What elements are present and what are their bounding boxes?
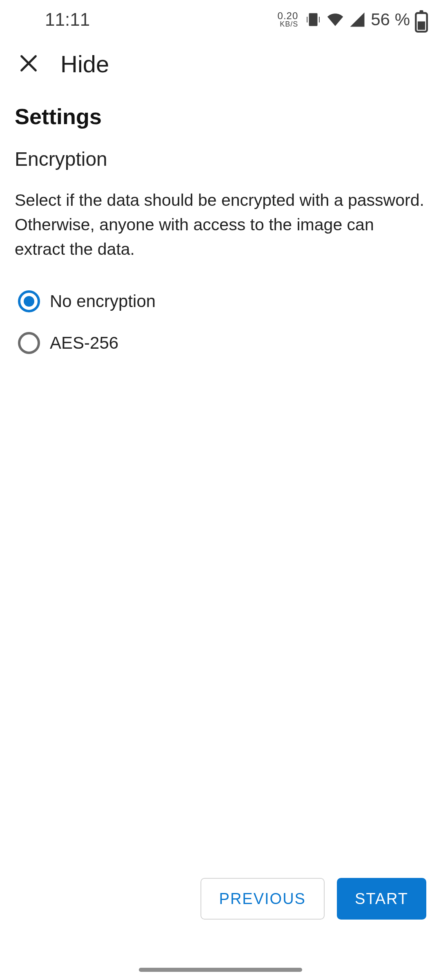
content: Settings Encryption Select if the data s… [0, 88, 441, 354]
gesture-handle[interactable] [139, 968, 302, 972]
radio-no-encryption[interactable]: No encryption [18, 290, 426, 312]
close-button[interactable] [15, 50, 42, 78]
status-bar: 11:11 0.20 KB/S 56 % [0, 0, 441, 39]
net-speed-indicator: 0.20 KB/S [278, 11, 298, 28]
footer-buttons: PREVIOUS START [0, 878, 441, 920]
radio-unselected-icon [18, 332, 40, 354]
signal-icon [349, 11, 366, 28]
radio-selected-icon [18, 290, 40, 312]
start-button[interactable]: START [337, 878, 426, 920]
previous-button[interactable]: PREVIOUS [200, 878, 325, 920]
close-icon [18, 53, 39, 75]
settings-heading: Settings [15, 104, 426, 129]
app-bar: Hide [0, 39, 441, 88]
radio-aes-256[interactable]: AES-256 [18, 332, 426, 354]
wifi-icon [327, 11, 344, 28]
svg-rect-1 [418, 21, 425, 30]
radio-label: No encryption [50, 292, 156, 311]
encryption-options: No encryption AES-256 [15, 290, 426, 354]
svg-rect-2 [419, 10, 423, 13]
status-time: 11:11 [45, 9, 90, 30]
encryption-description: Select if the data should be encrypted w… [15, 188, 426, 262]
vibrate-icon [305, 11, 322, 28]
radio-label: AES-256 [50, 333, 118, 353]
encryption-heading: Encryption [15, 148, 426, 170]
app-title: Hide [60, 50, 109, 78]
battery-icon [415, 10, 428, 29]
battery-percent: 56 % [371, 10, 410, 29]
